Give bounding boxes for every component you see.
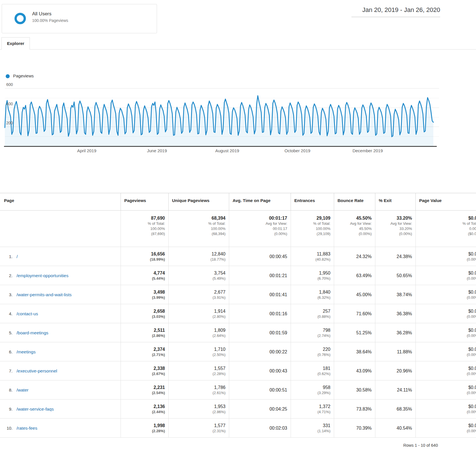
table-row: 10./rates-fees1,998(2.28%)1,577(2.31%)00… — [0, 419, 476, 438]
row-rank: 8. — [4, 388, 13, 392]
page-value-cell: $0.00(0.00%) — [416, 247, 476, 266]
row-rank: 6. — [4, 349, 13, 354]
unique-pageviews-cell: 3,754(5.49%) — [169, 266, 229, 285]
rows-count-label: Rows 1 - 10 of 640 — [341, 443, 438, 448]
page-link[interactable]: /board-meetings — [16, 330, 48, 335]
page-link[interactable]: /rates-fees — [16, 426, 37, 431]
x-axis-line — [4, 146, 437, 147]
page-link[interactable]: /water — [16, 388, 28, 393]
unique-pageviews-cell: 1,809(2.64%) — [169, 323, 229, 342]
gridline-300 — [5, 117, 439, 118]
segment-card[interactable]: All Users 100.00% Pageviews — [2, 4, 157, 33]
page-link[interactable]: /meetings — [16, 349, 36, 355]
y-tick-200: 200 — [6, 121, 13, 125]
date-range-underline — [351, 17, 440, 17]
entrances-cell: 1,840(6.32%) — [291, 285, 334, 304]
avg-time-cell: 00:01:21 — [229, 266, 291, 285]
exit-cell: 36.28% — [375, 323, 416, 342]
column-header-unique-pageviews[interactable]: Unique Pageviews — [169, 193, 229, 210]
pageviews-legend-dot-icon — [6, 74, 10, 78]
table-row: 2./employment-opportunities4,774(5.44%)3… — [0, 266, 476, 285]
page-value-cell: $0.00(0.00%) — [416, 419, 476, 438]
column-header-page[interactable]: Page — [0, 193, 121, 210]
exit-cell: 40.54% — [375, 419, 416, 438]
page-cell: 7./executive-personnel — [0, 361, 121, 380]
column-header-avg-time[interactable]: Avg. Time on Page — [229, 193, 291, 210]
page-cell: 8./water — [0, 380, 121, 399]
summary-exit: 33.20%Avg for View:33.20%(0.00%) — [375, 211, 416, 247]
bounce-rate-cell: 38.64% — [334, 342, 375, 361]
unique-pageviews-cell: 1,914(2.80%) — [169, 304, 229, 323]
bounce-rate-cell: 71.60% — [334, 304, 375, 323]
unique-pageviews-cell: 1,577(2.31%) — [169, 419, 229, 438]
table-row: 7./executive-personnel2,338(2.67%)1,557(… — [0, 361, 476, 380]
pageviews-cell: 2,338(2.67%) — [121, 361, 169, 380]
summary-page-empty — [0, 211, 121, 247]
page-link[interactable]: /water-permits-and-wait-lists — [16, 292, 72, 297]
page-link[interactable]: / — [16, 254, 18, 259]
x-tick-october: October 2019 — [285, 148, 311, 153]
bounce-rate-cell: 30.58% — [334, 380, 375, 399]
pageviews-cell: 2,374(2.71%) — [121, 342, 169, 361]
segment-name: All Users — [32, 11, 51, 17]
unique-pageviews-cell: 12,840(18.77%) — [169, 247, 229, 266]
page-value-cell: $0.00(0.00%) — [416, 285, 476, 304]
column-header-bounce-rate[interactable]: Bounce Rate — [334, 193, 375, 210]
date-range[interactable]: Jan 20, 2019 - Jan 26, 2020 — [362, 6, 440, 14]
row-rank: 2. — [4, 273, 13, 278]
pageviews-cell: 3,498(3.99%) — [121, 285, 169, 304]
segment-donut-icon — [15, 13, 26, 24]
exit-cell: 20.96% — [375, 361, 416, 380]
bounce-rate-cell: 73.83% — [334, 399, 375, 419]
avg-time-cell: 00:04:25 — [229, 399, 291, 419]
summary-pageviews: 87,690% of Total:100.00%(87,690) — [121, 211, 169, 247]
exit-cell: 11.88% — [375, 342, 416, 361]
unique-pageviews-cell: 1,786(2.61%) — [169, 380, 229, 399]
chart-area-fill — [5, 96, 433, 146]
page-link[interactable]: /contact-us — [16, 311, 38, 316]
unique-pageviews-cell: 1,953(2.86%) — [169, 399, 229, 419]
column-header-pageviews[interactable]: Pageviews — [121, 193, 169, 210]
entrances-cell: 331(1.14%) — [291, 419, 334, 438]
table-row: 1./16,656(18.99%)12,840(18.77%)00:00:451… — [0, 247, 476, 266]
page-cell: 10./rates-fees — [0, 419, 121, 438]
pageviews-legend-label: Pageviews — [13, 73, 34, 78]
gridline-200 — [5, 127, 439, 127]
summary-page-value: $0.00% of Total:0.00%($0.00) — [416, 211, 476, 247]
unique-pageviews-cell: 1,557(2.28%) — [169, 361, 229, 380]
page-cell: 5./board-meetings — [0, 323, 121, 342]
table-row: 6./meetings2,374(2.71%)1,710(2.50%)00:00… — [0, 342, 476, 361]
entrances-cell: 798(2.74%) — [291, 323, 334, 342]
bounce-rate-cell: 24.32% — [334, 247, 375, 266]
bounce-rate-cell: 63.49% — [334, 266, 375, 285]
row-rank: 7. — [4, 368, 13, 373]
table-body: 1./16,656(18.99%)12,840(18.77%)00:00:451… — [0, 247, 476, 438]
bounce-rate-cell: 43.09% — [334, 361, 375, 380]
page-link[interactable]: /employment-opportunities — [16, 273, 69, 278]
entrances-cell: 181(0.62%) — [291, 361, 334, 380]
column-header-exit[interactable]: % Exit — [375, 193, 416, 210]
page-value-cell: $0.00(0.00%) — [416, 323, 476, 342]
pages-table: Page Pageviews Unique Pageviews Avg. Tim… — [0, 193, 476, 438]
tab-explorer[interactable]: Explorer — [1, 37, 30, 50]
bounce-rate-cell: 51.25% — [334, 323, 375, 342]
exit-cell: 24.38% — [375, 247, 416, 266]
page-cell: 1./ — [0, 247, 121, 266]
entrances-cell: 1,950(6.70%) — [291, 266, 334, 285]
page-value-cell: $0.00(0.00%) — [416, 304, 476, 323]
avg-time-cell: 00:01:41 — [229, 285, 291, 304]
x-tick-august: August 2019 — [215, 148, 239, 153]
pageviews-cell: 1,998(2.28%) — [121, 419, 169, 438]
column-header-page-value[interactable]: Page Value — [416, 193, 476, 210]
page-link[interactable]: /executive-personnel — [16, 368, 57, 374]
table-row: 4./contact-us2,658(3.03%)1,914(2.80%)00:… — [0, 304, 476, 323]
summary-avg-time: 00:01:17Avg for View:00:01:17(0.00%) — [229, 211, 291, 247]
unique-pageviews-cell: 2,677(3.91%) — [169, 285, 229, 304]
column-header-entrances[interactable]: Entrances — [291, 193, 334, 210]
bounce-rate-cell: 70.39% — [334, 419, 375, 438]
avg-time-cell: 00:00:51 — [229, 380, 291, 399]
page-link[interactable]: /water-service-faqs — [16, 407, 54, 412]
x-tick-june: June 2019 — [147, 148, 167, 153]
page-value-cell: $0.00(0.00%) — [416, 266, 476, 285]
table-summary-row: 87,690% of Total:100.00%(87,690)68,394% … — [0, 211, 476, 247]
